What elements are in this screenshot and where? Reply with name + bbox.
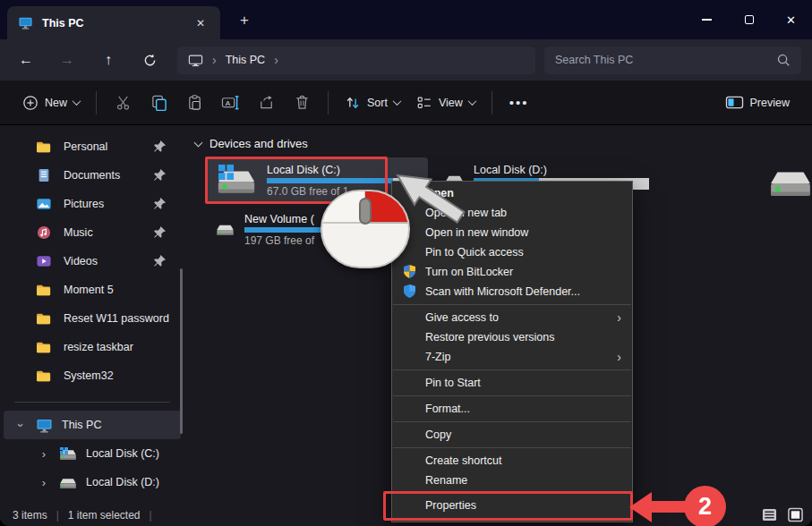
pin-icon <box>153 140 167 153</box>
sidebar-divider <box>14 402 170 403</box>
menu-item-restore-previous-versions[interactable]: Restore previous versions <box>392 327 632 347</box>
sidebar-item-resize-taskbar[interactable]: resize taskbar <box>4 333 181 361</box>
chevron-right-icon[interactable]: › <box>274 53 278 67</box>
videos-icon <box>36 254 52 268</box>
cut-button[interactable] <box>105 87 141 119</box>
pin-icon <box>153 254 167 267</box>
navigation-bar: ← → ↑ › This PC › <box>0 39 812 81</box>
menu-item-rename[interactable]: Rename <box>392 471 632 490</box>
cursor-arrow-icon <box>392 168 482 224</box>
minimize-button[interactable] <box>686 0 728 39</box>
paste-button[interactable] <box>176 87 212 119</box>
search-input[interactable] <box>555 54 776 66</box>
menu-item-pin-to-quick-access[interactable]: Pin to Quick access <box>392 242 632 262</box>
menu-item-copy[interactable]: Copy <box>392 425 632 445</box>
navigation-pane: Personal Documents Pictures Music Videos… <box>0 125 184 505</box>
search-icon <box>776 53 791 67</box>
folder-icon <box>36 369 52 383</box>
address-bar[interactable]: › This PC › <box>177 47 535 74</box>
monitor-icon <box>18 16 33 30</box>
tab-this-pc[interactable]: This PC ✕ <box>7 6 220 39</box>
sidebar-item-documents[interactable]: Documents <box>4 161 181 190</box>
chevron-down-icon[interactable]: › <box>14 419 28 431</box>
close-button[interactable]: ✕ <box>770 0 812 39</box>
up-button[interactable]: ↑ <box>93 46 124 74</box>
rename-icon <box>221 94 240 111</box>
annotation-highlight-properties <box>383 491 633 521</box>
forward-button[interactable]: → <box>52 46 82 74</box>
view-icon <box>416 95 432 111</box>
large-icons-view-button[interactable] <box>786 506 805 523</box>
chevron-right-icon[interactable]: › <box>38 476 50 489</box>
sidebar-item-moment-5[interactable]: Moment 5 <box>4 276 181 304</box>
folder-icon <box>36 140 52 154</box>
details-view-button[interactable] <box>760 506 779 523</box>
folder-icon <box>36 340 52 354</box>
menu-separator <box>393 395 631 396</box>
menu-item-7-zip[interactable]: 7-Zip › <box>392 347 632 367</box>
view-toggles <box>760 506 805 523</box>
refresh-button[interactable] <box>134 46 165 74</box>
file-explorer-window: This PC ✕ + ✕ ← → ↑ › This PC › New <box>0 0 812 526</box>
chevron-right-icon[interactable]: › <box>38 447 50 461</box>
share-icon <box>258 94 275 111</box>
copy-button[interactable] <box>141 87 176 119</box>
new-button[interactable]: New <box>14 89 88 117</box>
folder-icon <box>36 283 52 297</box>
sort-button[interactable]: Sort <box>337 89 408 117</box>
chevron-down-icon <box>194 138 203 147</box>
menu-separator <box>393 447 631 448</box>
menu-item-give-access-to[interactable]: Give access to › <box>392 308 632 327</box>
context-menu: Open Open in new tab Open in new window … <box>391 181 633 522</box>
back-button[interactable]: ← <box>11 46 41 74</box>
folder-icon <box>36 311 52 326</box>
drive-icon <box>768 165 812 199</box>
sidebar-item-personal[interactable]: Personal <box>4 132 181 161</box>
more-options-button[interactable]: ••• <box>500 95 538 110</box>
sidebar-item-reset-w11-password[interactable]: Reset W11 password <box>4 304 181 333</box>
sidebar-item-local-disk-d[interactable]: › Local Disk (D:) <box>4 468 181 496</box>
chevron-down-icon <box>73 97 81 106</box>
annotation-arrow-head <box>629 492 652 522</box>
documents-icon <box>36 168 52 182</box>
sidebar-item-music[interactable]: Music <box>4 218 181 247</box>
menu-item-scan-with-defender[interactable]: Scan with Microsoft Defender... <box>392 282 632 301</box>
sidebar-item-this-pc[interactable]: › This PC <box>4 411 181 439</box>
sidebar-scrollbar[interactable] <box>180 268 183 434</box>
preview-button[interactable]: Preview <box>717 88 798 117</box>
pin-icon <box>153 197 167 210</box>
search-box[interactable] <box>544 47 801 74</box>
maximize-button[interactable] <box>728 0 770 39</box>
menu-item-create-shortcut[interactable]: Create shortcut <box>392 451 632 471</box>
trash-icon <box>294 94 311 111</box>
menu-item-turn-on-bitlocker[interactable]: Turn on BitLocker <box>392 262 632 282</box>
pin-icon <box>153 168 167 182</box>
toolbar-divider <box>328 91 329 115</box>
menu-item-open-in-new-window[interactable]: Open in new window <box>392 223 632 242</box>
sidebar-item-videos[interactable]: Videos <box>4 247 181 276</box>
submenu-arrow-icon: › <box>617 350 621 364</box>
tab-close-icon[interactable]: ✕ <box>190 13 211 34</box>
command-toolbar: New Sort View ••• Preview <box>0 81 812 125</box>
rename-button[interactable] <box>212 87 248 119</box>
sidebar-item-local-disk-c[interactable]: › Local Disk (C:) <box>4 439 181 468</box>
view-button[interactable]: View <box>408 89 483 117</box>
sort-icon <box>345 95 361 111</box>
sidebar-item-system32[interactable]: System32 <box>4 361 181 390</box>
plus-circle-icon <box>22 95 38 111</box>
breadcrumb-this-pc[interactable]: This PC <box>226 54 265 66</box>
share-button[interactable] <box>248 87 284 119</box>
copy-icon <box>150 94 167 111</box>
menu-item-pin-to-start[interactable]: Pin to Start <box>392 373 632 393</box>
new-tab-button[interactable]: + <box>233 9 256 32</box>
status-divider: | <box>150 509 152 522</box>
sidebar-item-pictures[interactable]: Pictures <box>4 190 181 218</box>
chevron-right-icon: › <box>212 53 217 67</box>
menu-separator <box>393 369 631 370</box>
drive-windows-icon <box>59 447 77 461</box>
chevron-down-icon <box>393 97 402 106</box>
devices-and-drives-header[interactable]: Devices and drives <box>195 137 308 150</box>
item-count: 3 items <box>13 509 47 522</box>
delete-button[interactable] <box>284 87 320 119</box>
menu-item-format[interactable]: Format... <box>392 399 632 419</box>
